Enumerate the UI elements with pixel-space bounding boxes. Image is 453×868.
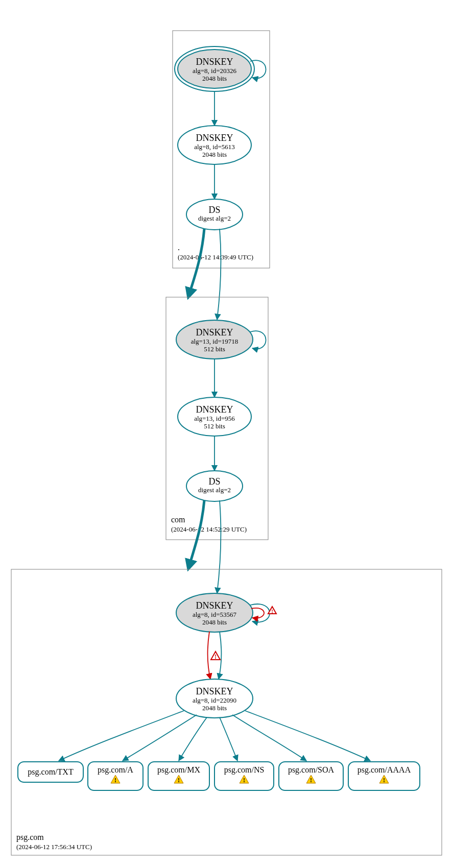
- rrset-label: psg.com/TXT: [28, 767, 74, 777]
- rrset-label: psg.com/MX: [157, 765, 200, 775]
- zone-time-root: (2024-06-12 14:39:49 UTC): [178, 253, 253, 261]
- svg-text:!: !: [383, 777, 385, 784]
- zone-time-com: (2024-06-12 14:52:29 UTC): [171, 525, 247, 533]
- dnssec-graph: DNSKEY alg=8, id=20326 2048 bits DNSKEY …: [0, 0, 453, 868]
- node-psg-zsk: DNSKEY alg=8, id=22090 2048 bits: [176, 679, 253, 718]
- edge-psg-zsk-aaaa: [245, 711, 370, 761]
- rrset-mx: psg.com/MX !: [148, 762, 209, 790]
- node-title: DS: [208, 476, 220, 487]
- node-root-zsk: DNSKEY alg=8, id=5613 2048 bits: [178, 126, 251, 164]
- node-root-ksk: DNSKEY alg=8, id=20326 2048 bits: [175, 46, 254, 91]
- edge-root-deleg-com: [189, 229, 204, 295]
- node-com-ds: DS digest alg=2: [186, 471, 243, 501]
- node-title: DNSKEY: [196, 57, 233, 67]
- zone-time-psg: (2024-06-12 17:56:34 UTC): [16, 843, 92, 851]
- rrset-txt: psg.com/TXT: [18, 762, 83, 782]
- rrset-aaaa: psg.com/AAAA !: [348, 762, 420, 790]
- node-line2: 2048 bits: [202, 75, 227, 82]
- node-title: DNSKEY: [196, 686, 233, 696]
- rrset-label: psg.com/NS: [224, 765, 265, 775]
- rrset-label: psg.com/A: [98, 765, 133, 775]
- node-com-zsk: DNSKEY alg=13, id=956 512 bits: [178, 397, 251, 436]
- svg-text:!: !: [214, 653, 217, 660]
- edge-psg-ksk-zsk-error: [207, 632, 210, 679]
- node-line2: 2048 bits: [202, 704, 227, 712]
- edge-psg-zsk-soa: [232, 715, 306, 761]
- svg-text:!: !: [243, 777, 245, 784]
- node-line1: alg=13, id=19718: [191, 337, 239, 345]
- zone-label-com: com: [171, 515, 185, 524]
- zone-label-root: .: [178, 243, 180, 252]
- node-title: DNSKEY: [196, 327, 233, 337]
- node-line1: digest alg=2: [198, 486, 231, 494]
- node-title: DNSKEY: [196, 133, 233, 143]
- node-title: DNSKEY: [196, 600, 233, 611]
- edge-com-deleg-psg: [189, 500, 204, 567]
- node-line2: 2048 bits: [202, 618, 227, 626]
- edge-psg-zsk-ns: [220, 717, 237, 761]
- edge-psg-zsk-txt: [59, 711, 184, 761]
- zone-label-psg: psg.com: [16, 833, 44, 842]
- svg-text:!: !: [310, 777, 312, 784]
- node-line1: digest alg=2: [198, 214, 231, 222]
- node-line2: 512 bits: [204, 345, 225, 353]
- edge-psg-zsk-a: [123, 715, 197, 761]
- rrset-soa: psg.com/SOA !: [279, 762, 343, 790]
- rrset-ns: psg.com/NS !: [214, 762, 274, 790]
- node-line1: alg=8, id=22090: [193, 696, 236, 704]
- node-line2: 512 bits: [204, 422, 225, 430]
- svg-text:!: !: [271, 608, 273, 614]
- node-line1: alg=8, id=20326: [193, 67, 237, 75]
- rrset-label: psg.com/SOA: [288, 765, 335, 775]
- svg-text:!: !: [114, 777, 116, 784]
- svg-text:!: !: [178, 777, 180, 784]
- edge-psg-ksk-zsk: [219, 632, 222, 679]
- node-line2: 2048 bits: [202, 151, 227, 158]
- node-psg-ksk: DNSKEY alg=8, id=53567 2048 bits: [176, 593, 253, 632]
- edge-root-ds-com-ksk: [217, 229, 221, 320]
- node-title: DNSKEY: [196, 404, 233, 415]
- node-line1: alg=8, id=53567: [193, 611, 237, 618]
- node-com-ksk: DNSKEY alg=13, id=19718 512 bits: [176, 320, 253, 359]
- node-root-ds: DS digest alg=2: [186, 199, 243, 230]
- rrset-a: psg.com/A !: [88, 762, 143, 790]
- rrset-label: psg.com/AAAA: [357, 765, 411, 775]
- node-line1: alg=13, id=956: [194, 415, 235, 422]
- edge-com-ds-psg-ksk: [217, 500, 221, 593]
- node-line1: alg=8, id=5613: [194, 143, 235, 151]
- node-title: DS: [208, 205, 220, 215]
- error-triangle-icon: !: [211, 652, 220, 660]
